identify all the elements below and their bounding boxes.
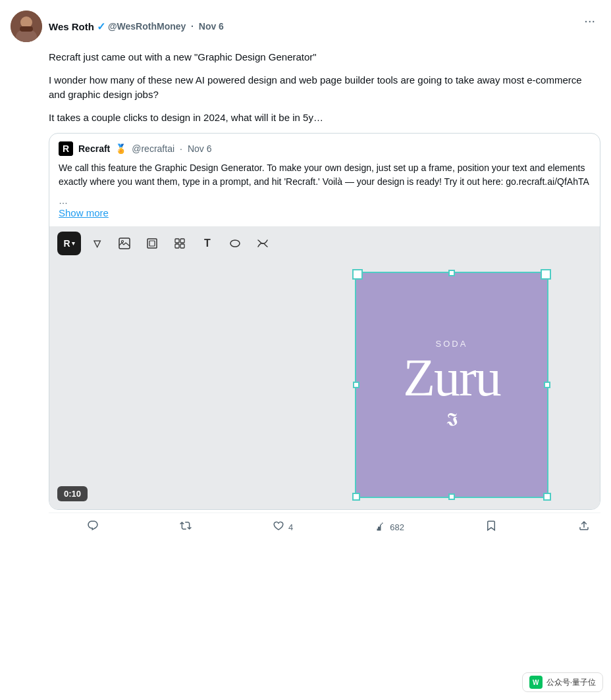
handle-left-mid[interactable] <box>353 382 359 388</box>
author-name[interactable]: Wes Roth <box>49 21 94 32</box>
canvas-content: SODA Zuru 𝕴 <box>49 261 600 509</box>
handle-top-mid[interactable] <box>448 270 455 276</box>
toolbar-image-tool[interactable] <box>113 232 136 255</box>
reply-button[interactable] <box>87 520 99 535</box>
avatar[interactable] <box>11 11 42 42</box>
design-card[interactable]: SODA Zuru 𝕴 <box>356 273 547 497</box>
share-icon <box>578 520 590 535</box>
bookmark-button[interactable] <box>485 520 497 535</box>
tweet-header-left: Wes Roth ✓ @WesRothMoney · Nov 6 <box>11 11 224 42</box>
svg-rect-3 <box>20 26 33 32</box>
soda-label: SODA <box>436 339 468 349</box>
like-count: 4 <box>288 522 293 532</box>
author-handle[interactable]: @WesRothMoney · Nov 6 <box>108 21 224 32</box>
toolbar-ai-tool[interactable] <box>251 232 275 255</box>
views-count: 682 <box>390 522 404 532</box>
brand-name: Zuru <box>403 351 500 404</box>
quoted-author-name[interactable]: Recraft <box>78 143 110 154</box>
action-bar: 4 682 <box>49 512 600 541</box>
wechat-icon: W <box>529 676 543 689</box>
quoted-avatar: R <box>59 141 73 156</box>
tweet-line3: It takes a couple clicks to design in 20… <box>49 111 600 126</box>
svg-rect-13 <box>180 244 184 248</box>
tweet-line1: Recraft just came out with a new "Graphi… <box>49 50 600 65</box>
author-name-row: Wes Roth ✓ @WesRothMoney · Nov 6 <box>49 20 224 33</box>
handle-right-mid[interactable] <box>544 382 550 388</box>
quoted-date-value: Nov 6 <box>188 143 212 154</box>
avatar-image <box>11 11 42 42</box>
tweet-body: Recraft just came out with a new "Graphi… <box>49 50 600 541</box>
toolbar-main-btn[interactable]: R▾ <box>57 232 81 255</box>
quoted-handle[interactable]: @recraftai <box>132 143 174 154</box>
toolbar-shape-tool[interactable] <box>223 232 247 255</box>
svg-point-14 <box>230 240 240 247</box>
handle-bottom-mid[interactable] <box>448 493 455 500</box>
retweet-button[interactable] <box>180 520 192 535</box>
toolbar-frame-tool[interactable] <box>140 232 164 255</box>
toolbar-select-tool[interactable]: ▽ <box>85 232 109 255</box>
like-button[interactable]: 4 <box>273 520 293 535</box>
handle-bottom-left[interactable] <box>352 493 360 501</box>
svg-rect-8 <box>147 239 157 248</box>
tweet-header: Wes Roth ✓ @WesRothMoney · Nov 6 ··· <box>11 11 600 42</box>
retweet-icon <box>180 520 192 535</box>
watermark: W 公众号·量子位 <box>522 672 603 692</box>
video-timer: 0:10 <box>57 486 88 501</box>
svg-rect-12 <box>175 244 179 248</box>
bookmark-icon <box>485 520 497 535</box>
watermark-label: 公众号·量子位 <box>546 677 596 688</box>
quoted-verified-badge: 🏅 <box>115 143 126 154</box>
quoted-text: We call this feature the Graphic Design … <box>49 161 600 195</box>
toolbar-text-tool[interactable]: T <box>196 232 219 255</box>
quoted-tweet[interactable]: R Recraft 🏅 @recraftai · Nov 6 We call t… <box>49 133 600 510</box>
quoted-date: · <box>180 143 182 154</box>
svg-point-7 <box>122 241 124 243</box>
tweet-line2: I wonder how many of these new AI powere… <box>49 73 600 103</box>
svg-rect-10 <box>175 239 179 243</box>
heart-icon <box>273 520 284 535</box>
svg-text:R: R <box>63 143 69 154</box>
views-icon <box>374 520 386 535</box>
canvas-area: R▾ ▽ <box>49 226 600 509</box>
handle-bottom-right[interactable] <box>543 493 551 501</box>
quoted-ellipsis: … <box>49 195 600 207</box>
show-more-link[interactable]: Show more <box>49 207 118 226</box>
tweet-container: Wes Roth ✓ @WesRothMoney · Nov 6 ··· Rec… <box>0 0 611 541</box>
more-options-button[interactable]: ··· <box>579 11 600 31</box>
svg-rect-11 <box>180 239 184 243</box>
tweet-text: Recraft just came out with a new "Graphi… <box>49 50 600 125</box>
verified-badge: ✓ <box>97 20 105 33</box>
author-info: Wes Roth ✓ @WesRothMoney · Nov 6 <box>49 20 224 33</box>
views-button[interactable]: 682 <box>374 520 404 535</box>
toolbar-grid-tool[interactable] <box>168 232 192 255</box>
svg-rect-9 <box>149 241 155 246</box>
share-button[interactable] <box>578 520 590 535</box>
toolbar: R▾ ▽ <box>49 226 600 261</box>
reply-icon <box>87 520 99 535</box>
quoted-header: R Recraft 🏅 @recraftai · Nov 6 <box>49 134 600 161</box>
text-cursor-icon: 𝕴 <box>446 409 458 431</box>
